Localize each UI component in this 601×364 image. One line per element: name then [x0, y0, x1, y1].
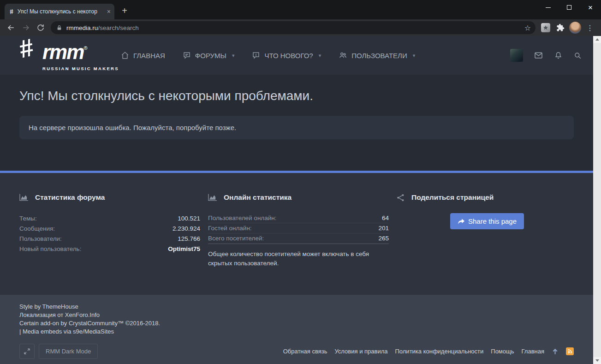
- stat-value: 201: [378, 225, 389, 232]
- alerts-bell-icon[interactable]: [554, 51, 563, 60]
- page-scrollbar[interactable]: [593, 36, 601, 364]
- credit-line[interactable]: Certain add-on by CrystalCommunity™ ©201…: [19, 319, 574, 328]
- site-page: # rmm® RUSSIAN MUSIC MAKERS ГЛАВНАЯ ФОРУ…: [0, 36, 593, 364]
- footer-link-terms[interactable]: Условия и правила: [334, 348, 387, 355]
- stat-label: Сообщения:: [19, 225, 55, 232]
- scrollbar-down-button[interactable]: [593, 357, 601, 364]
- stat-row-messages: Сообщения: 2.230.924: [19, 223, 200, 233]
- toggle-width-button[interactable]: [19, 344, 35, 359]
- new-tab-button[interactable]: +: [118, 4, 131, 17]
- triangle-down-icon: [595, 359, 599, 362]
- home-icon: [121, 51, 129, 60]
- footer-link-contact[interactable]: Обратная связь: [283, 348, 327, 355]
- stat-label: Пользователей онлайн:: [208, 215, 276, 221]
- tab-title: Упс! Мы столкнулись с некотор: [18, 8, 104, 15]
- site-footer: Style by ThemeHouse Локализация от XenFo…: [0, 295, 593, 364]
- rss-icon: [567, 349, 572, 354]
- online-stats-header: Онлайн статистика: [208, 193, 389, 202]
- stats-section: Статистика форума Темы: 100.521 Сообщени…: [0, 173, 593, 295]
- forum-stats-title: Статистика форума: [35, 193, 105, 202]
- tab-strip: # Упс! Мы столкнулись с некотор × + ×: [0, 0, 601, 19]
- share-title: Поделиться страницей: [411, 193, 494, 202]
- browser-menu-button[interactable]: ⋮: [583, 21, 596, 34]
- inbox-mail-icon[interactable]: [534, 51, 543, 60]
- share-this-page-button[interactable]: Share this page: [450, 213, 524, 229]
- stat-value: 125.766: [178, 235, 200, 242]
- url-bar[interactable]: rmmedia.ru/search/search ☆: [51, 21, 536, 34]
- extension-glyph-icon: [543, 25, 548, 30]
- extension-action-button[interactable]: [539, 21, 552, 34]
- minimize-button[interactable]: [537, 0, 559, 15]
- stat-row-guests-online: Гостей онлайн: 201: [208, 223, 389, 233]
- stat-row-members: Пользователи: 125.766: [19, 233, 200, 244]
- scrollbar-thumb[interactable]: [593, 43, 601, 357]
- scrollbar-up-button[interactable]: [593, 36, 601, 43]
- forum-stats-column: Статистика форума Темы: 100.521 Сообщени…: [19, 193, 200, 295]
- back-arrow-icon: [6, 23, 16, 32]
- tab-close-icon[interactable]: ×: [107, 8, 111, 15]
- online-stats-title: Онлайн статистика: [224, 193, 292, 202]
- style-chooser-button[interactable]: RMM Dark Mode: [39, 344, 98, 359]
- chevron-down-icon: ▾: [319, 53, 321, 59]
- maximize-icon: [567, 5, 571, 10]
- chevron-down-icon: ▾: [232, 53, 235, 59]
- stat-value: 64: [382, 215, 389, 221]
- page-title: Упс! Мы столкнулись с некоторыми проблем…: [19, 89, 574, 103]
- site-header: # rmm® RUSSIAN MUSIC MAKERS ГЛАВНАЯ ФОРУ…: [0, 36, 593, 75]
- tab-favicon-icon: #: [9, 7, 14, 15]
- logo-subtitle: RUSSIAN MUSIC MAKERS: [42, 66, 107, 71]
- footer-link-help[interactable]: Помощь: [491, 348, 514, 355]
- expand-icon: [24, 348, 30, 355]
- share-header: Поделиться страницей: [397, 193, 577, 202]
- reload-button[interactable]: [34, 21, 47, 34]
- credit-line[interactable]: Style by ThemeHouse: [19, 303, 574, 311]
- online-stats-column: Онлайн статистика Пользователей онлайн: …: [208, 193, 389, 295]
- url-text: rmmedia.ru/search/search: [66, 24, 524, 31]
- newest-member-link[interactable]: Optimist75: [168, 245, 200, 252]
- nav-item-users[interactable]: ПОЛЬЗОВАТЕЛИ ▾: [339, 51, 415, 60]
- stat-label: Пользователи:: [19, 235, 62, 242]
- stat-label: Гостей онлайн:: [208, 225, 252, 232]
- forum-stats-header: Статистика форума: [19, 193, 200, 202]
- stat-label: Темы:: [19, 215, 37, 222]
- bookmark-star-icon[interactable]: ☆: [524, 24, 531, 32]
- search-icon[interactable]: [573, 51, 582, 60]
- nav-label: ЧТО НОВОГО?: [264, 52, 313, 60]
- rss-button[interactable]: [566, 347, 574, 355]
- stat-value: 265: [378, 235, 389, 242]
- footer-links: Обратная связь Условия и правила Политик…: [283, 347, 574, 355]
- nav-item-home[interactable]: ГЛАВНАЯ: [121, 51, 165, 60]
- url-domain: rmmedia.ru: [66, 24, 98, 31]
- nav-item-whats-new[interactable]: ЧТО НОВОГО? ▾: [252, 51, 321, 60]
- logo-wordmark: rmm®: [42, 40, 107, 65]
- browser-window: # Упс! Мы столкнулись с некотор × + × rm…: [0, 0, 601, 364]
- credit-line[interactable]: Локализация от XenForo.Info: [19, 311, 574, 319]
- online-stats-note: Общее количество посетителей может включ…: [208, 250, 389, 268]
- stat-row-newest-member: Новый пользователь: Optimist75: [19, 244, 200, 254]
- header-actions: [510, 49, 582, 62]
- users-icon: [339, 51, 347, 60]
- nav-label: ГЛАВНАЯ: [133, 52, 165, 60]
- extensions-menu-button[interactable]: [554, 21, 567, 34]
- maximize-button[interactable]: [559, 0, 580, 15]
- nav-item-forums[interactable]: ФОРУМЫ ▾: [183, 51, 235, 60]
- close-button[interactable]: ×: [580, 0, 601, 15]
- triangle-up-icon: [595, 38, 599, 41]
- credit-line[interactable]: | Media embeds via s9e/MediaSites: [19, 328, 574, 336]
- browser-tab[interactable]: # Упс! Мы столкнулись с некотор ×: [5, 4, 114, 19]
- reload-icon: [36, 24, 45, 32]
- footer-link-privacy[interactable]: Политика конфиденциальности: [395, 348, 484, 355]
- main-content: Упс! Мы столкнулись с некоторыми проблем…: [0, 75, 593, 171]
- stat-row-members-online: Пользователей онлайн: 64: [208, 213, 389, 223]
- site-logo[interactable]: # rmm® RUSSIAN MUSIC MAKERS: [18, 40, 107, 71]
- user-avatar[interactable]: [510, 49, 523, 62]
- back-button[interactable]: [5, 21, 18, 34]
- forward-button[interactable]: [19, 21, 32, 34]
- back-to-top-icon[interactable]: [552, 348, 559, 355]
- footer-link-home[interactable]: Главная: [522, 348, 544, 355]
- browser-profile-button[interactable]: [569, 21, 582, 34]
- chevron-down-icon: ▾: [413, 53, 416, 59]
- logo-hash-icon: #: [17, 32, 36, 63]
- stat-row-total-visitors: Всего посетителей: 265: [208, 233, 389, 244]
- browser-toolbar: rmmedia.ru/search/search ☆ ⋮: [0, 19, 601, 36]
